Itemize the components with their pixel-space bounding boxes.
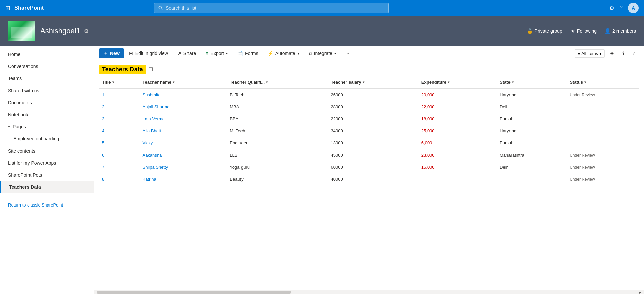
sidebar-item-conversations[interactable]: Conversations [0, 60, 94, 72]
view-selector[interactable]: ≡ All Items ▾ [575, 49, 605, 58]
settings-icon[interactable]: ⚙ [609, 5, 614, 11]
cell-salary: 26000 [328, 89, 419, 101]
table-row: 1 Sushmita B. Tech 26000 20,000 Haryana … [99, 89, 639, 101]
share-button[interactable]: ↗ Share [173, 49, 200, 58]
forms-button[interactable]: 📄 Forms [233, 49, 262, 58]
status-sort-icon: ▾ [584, 80, 586, 84]
new-label: New [110, 51, 120, 56]
forms-icon: 📄 [237, 51, 243, 56]
cell-teacher-name[interactable]: Lata Verma [140, 113, 227, 125]
view-caret: ▾ [599, 51, 602, 56]
scroll-right-arrow[interactable]: ▶ [638, 290, 643, 294]
help-icon[interactable]: ? [620, 5, 623, 11]
edit-grid-button[interactable]: ⊞ Edit in grid view [125, 49, 172, 58]
sidebar-item-pages[interactable]: ▾ Pages [0, 121, 94, 133]
scroll-thumb[interactable] [97, 291, 291, 294]
view-icon: ≡ [578, 51, 580, 56]
table-row: 8 Katrina Beauty 40000 Under Review [99, 173, 639, 185]
cell-teacher-name[interactable]: Vicky [140, 137, 227, 149]
sidebar-conversations-label: Conversations [8, 64, 38, 69]
view-label: All Items [581, 51, 598, 56]
sidebar-item-employee-onboarding[interactable]: Employee onboarding [0, 133, 94, 145]
cell-title[interactable]: 5 [99, 137, 140, 149]
cell-state: Punjab [497, 137, 567, 149]
cell-status [567, 113, 639, 125]
search-input[interactable] [166, 5, 384, 11]
table-row: 7 Shilpa Shetty Yoga guru 60000 15,000 D… [99, 161, 639, 173]
sidebar-item-home[interactable]: Home [0, 48, 94, 60]
cell-teacher-name[interactable]: Shilpa Shetty [140, 161, 227, 173]
fullscreen-button[interactable]: ⤢ [629, 49, 639, 57]
export-button[interactable]: X Export ▾ [201, 49, 232, 58]
search-icon [158, 6, 163, 10]
search-box[interactable] [154, 3, 389, 13]
cell-title[interactable]: 1 [99, 89, 140, 101]
cell-salary: 40000 [328, 173, 419, 185]
sidebar-item-teams[interactable]: Teams [0, 72, 94, 84]
return-classic-link[interactable]: Return to classic SharePoint [0, 199, 94, 211]
star-icon: ★ [571, 28, 575, 34]
sidebar-power-apps-label: List for my Power Apps [8, 160, 56, 166]
sidebar-item-site-contents[interactable]: Site contents [0, 145, 94, 157]
share-label: Share [183, 51, 196, 56]
qualification-sort-icon: ▾ [266, 80, 268, 84]
sidebar-shared-label: Shared with us [8, 88, 39, 93]
sidebar-pages-label: Pages [13, 124, 26, 129]
fullscreen-icon: ⤢ [632, 51, 636, 56]
sidebar-item-documents[interactable]: Documents [0, 97, 94, 109]
list-title-edit-icon[interactable]: ☐ [148, 66, 153, 73]
sidebar-item-notebook[interactable]: Notebook [0, 109, 94, 121]
col-state[interactable]: State ▾ [497, 76, 567, 89]
site-settings-icon[interactable]: ⚙ [84, 28, 89, 34]
col-title[interactable]: Title ▾ [99, 76, 140, 89]
app-switcher-icon[interactable]: ⊞ [5, 4, 10, 12]
new-icon: ＋ [103, 50, 108, 56]
cell-teacher-name[interactable]: Aakansha [140, 149, 227, 161]
cell-qualification: Engineer [227, 137, 328, 149]
col-teacher-name[interactable]: Teacher name ▾ [140, 76, 227, 89]
sidebar-item-teachers-data[interactable]: Teachers Data [0, 181, 94, 193]
export-caret: ▾ [226, 52, 228, 55]
sidebar-item-power-apps-list[interactable]: List for my Power Apps [0, 157, 94, 169]
cell-title[interactable]: 2 [99, 101, 140, 113]
following-button[interactable]: ★ Following [571, 28, 597, 34]
cell-title[interactable]: 3 [99, 113, 140, 125]
site-title: Ashishgoel1 ⚙ [40, 26, 89, 35]
cell-state [497, 173, 567, 185]
cell-title[interactable]: 6 [99, 149, 140, 161]
sidebar-teachers-data-label: Teachers Data [9, 184, 41, 190]
integrate-caret: ▾ [334, 52, 336, 55]
sidebar-item-shared-with-us[interactable]: Shared with us [0, 84, 94, 97]
avatar[interactable]: A [628, 3, 639, 13]
bottom-scrollbar[interactable]: ◀ ▶ [94, 290, 644, 294]
automate-button[interactable]: ⚡ Automate ▾ [264, 49, 303, 58]
sidebar-item-sharepoint-pets[interactable]: SharePoint Pets [0, 169, 94, 181]
cell-title[interactable]: 8 [99, 173, 140, 185]
svg-point-0 [159, 6, 162, 9]
cell-title[interactable]: 7 [99, 161, 140, 173]
cell-status: Under Review [567, 161, 639, 173]
cell-teacher-name[interactable]: Katrina [140, 173, 227, 185]
cell-teacher-name[interactable]: Sushmita [140, 89, 227, 101]
col-qualification[interactable]: Teacher Qualifi... ▾ [227, 76, 328, 89]
cell-teacher-name[interactable]: Alia Bhatt [140, 125, 227, 137]
private-group[interactable]: 🔒 Private group [527, 28, 562, 34]
sidebar-employee-onboarding-label: Employee onboarding [13, 136, 59, 141]
members-button[interactable]: 👤 2 members [605, 28, 636, 34]
table-row: 5 Vicky Engineer 13000 6,000 Punjab [99, 137, 639, 149]
info-button[interactable]: ℹ [620, 49, 627, 57]
new-button[interactable]: ＋ New [99, 48, 124, 58]
cell-teacher-name[interactable]: Anjali Sharma [140, 101, 227, 113]
list-title-bar: Teachers Data ☐ [94, 61, 644, 76]
return-classic-label: Return to classic SharePoint [8, 202, 63, 208]
col-status[interactable]: Status ▾ [567, 76, 639, 89]
col-salary[interactable]: Teacher salary ▾ [328, 76, 419, 89]
cell-state: Punjab [497, 113, 567, 125]
filter-button[interactable]: ⊕ [607, 49, 617, 57]
more-button[interactable]: ··· [341, 49, 354, 58]
col-expenditure[interactable]: Expenditure ▾ [419, 76, 497, 89]
integrate-button[interactable]: ⧉ Integrate ▾ [305, 49, 340, 58]
cell-status: Under Review [567, 149, 639, 161]
top-nav: ⊞ SharePoint ⚙ ? A [0, 0, 644, 16]
cell-title[interactable]: 4 [99, 125, 140, 137]
